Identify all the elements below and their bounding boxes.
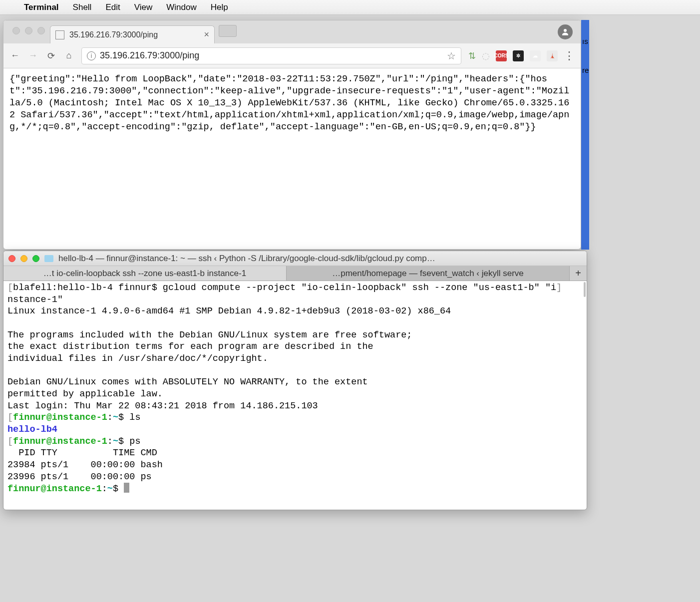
terminal-text: The programs included with the Debian GN…: [7, 330, 412, 340]
extension-icon[interactable]: ◌: [482, 50, 490, 61]
favicon-icon: [55, 30, 64, 39]
extension-icon[interactable]: ☁: [530, 50, 541, 61]
terminal-window: hello-lb-4 — finnur@instance-1: ~ — ssh …: [3, 251, 587, 510]
terminal-text: 23984 pts/1 00:00:00 bash: [7, 460, 163, 470]
chrome-tabstrip: 35.196.216.79:3000/ping ×: [3, 20, 581, 43]
prompt-path: ~: [113, 412, 118, 423]
macos-menubar: Terminal Shell Edit View Window Help: [0, 0, 700, 15]
svg-point-0: [564, 29, 567, 32]
window-minimize-icon[interactable]: [20, 255, 27, 262]
browser-tab[interactable]: 35.196.216.79:3000/ping ×: [50, 25, 215, 43]
terminal-tabs: …t io-celin-loopback ssh --zone us-east1…: [3, 266, 587, 281]
terminal-text: nstance-1": [7, 295, 63, 305]
prompt-dollar: $: [113, 484, 124, 494]
terminal-text: individual files in /usr/share/doc/*/cop…: [7, 353, 268, 364]
menubar-item-edit[interactable]: Edit: [105, 2, 120, 12]
chrome-menu-icon[interactable]: ⋮: [564, 49, 575, 62]
terminal-titlebar[interactable]: hello-lb-4 — finnur@instance-1: ~ — ssh …: [3, 251, 587, 266]
menubar-app-name[interactable]: Terminal: [24, 2, 59, 12]
terminal-text: hello-lb4: [7, 424, 57, 435]
menubar-item-window[interactable]: Window: [166, 2, 196, 12]
prompt-path: ~: [107, 484, 113, 494]
menubar-item-shell[interactable]: Shell: [73, 2, 92, 12]
terminal-text: Linux instance-1 4.9.0-6-amd64 #1 SMP De…: [7, 306, 451, 316]
prompt-dollar: $: [118, 412, 129, 423]
prompt-user: finnur@instance-1: [13, 412, 107, 423]
extension-lighthouse-icon[interactable]: 🗼: [547, 50, 558, 61]
window-close-icon[interactable]: [8, 255, 15, 262]
terminal-text: Last login: Thu Mar 22 08:43:21 2018 fro…: [7, 401, 318, 411]
terminal-text: the exact distribution terms for each pr…: [7, 341, 373, 352]
profile-avatar-icon[interactable]: [558, 24, 573, 39]
tab-close-icon[interactable]: ×: [204, 29, 209, 40]
bg-label: re: [582, 66, 589, 74]
terminal-text: gcloud compute --project "io-celin-loopb…: [157, 283, 556, 293]
menubar-item-help[interactable]: Help: [211, 2, 228, 12]
terminal-command: ps: [129, 436, 140, 447]
prompt-path: ~: [113, 436, 118, 447]
prompt-sep: :: [107, 436, 113, 447]
home-button[interactable]: ⌂: [63, 50, 74, 61]
prompt-dollar: $: [118, 436, 129, 447]
terminal-new-tab-button[interactable]: +: [570, 266, 587, 281]
window-zoom-icon[interactable]: [32, 255, 39, 262]
extension-icons: ⇅ ◌ CORS ✲ ☁ 🗼 ⋮: [468, 49, 575, 62]
chrome-window: 35.196.216.79:3000/ping × ← → ⟳ ⌂ i 35.1…: [3, 20, 581, 250]
scrollbar-thumb[interactable]: [584, 282, 586, 297]
extension-icon[interactable]: ✲: [513, 50, 524, 61]
new-tab-button[interactable]: [219, 25, 237, 37]
reload-button[interactable]: ⟳: [45, 50, 56, 61]
bookmark-star-icon[interactable]: ☆: [447, 50, 456, 62]
back-button[interactable]: ←: [9, 50, 20, 61]
terminal-cursor: [124, 483, 129, 493]
terminal-tab[interactable]: …pment/homepage — fsevent_watch ‹ jekyll…: [287, 266, 570, 281]
folder-icon: [44, 255, 53, 262]
terminal-text: permitted by applicable law.: [7, 389, 163, 399]
terminal-tab-active[interactable]: …t io-celin-loopback ssh --zone us-east1…: [3, 266, 287, 281]
terminal-text: blafell:hello-lb-4 finnur$: [13, 283, 157, 293]
window-close-icon[interactable]: [12, 27, 20, 34]
terminal-text: Debian GNU/Linux comes with ABSOLUTELY N…: [7, 377, 368, 387]
terminal-command: ls: [129, 412, 140, 423]
site-info-icon[interactable]: i: [87, 51, 96, 60]
prompt-user: finnur@instance-1: [13, 436, 107, 447]
prompt-user: finnur@instance-1: [7, 484, 102, 494]
prompt-sep: :: [102, 484, 107, 494]
window-zoom-icon[interactable]: [37, 27, 45, 34]
terminal-text: 23996 pts/1 00:00:00 ps: [7, 472, 152, 482]
window-controls: [8, 27, 50, 37]
page-content[interactable]: {"greeting":"Hello from LoopBack","date"…: [3, 68, 581, 138]
chrome-toolbar: ← → ⟳ ⌂ i 35.196.216.79:3000/ping ☆ ⇅ ◌ …: [3, 43, 581, 68]
window-minimize-icon[interactable]: [25, 27, 32, 34]
prompt-sep: :: [107, 412, 113, 423]
address-bar[interactable]: i 35.196.216.79:3000/ping ☆: [81, 47, 461, 64]
terminal-title: hello-lb-4 — finnur@instance-1: ~ — ssh …: [58, 254, 435, 264]
tab-title: 35.196.216.79:3000/ping: [69, 30, 158, 39]
forward-button[interactable]: →: [27, 50, 38, 61]
background-window-edge: ıs re: [581, 20, 589, 250]
terminal-text: PID TTY TIME CMD: [7, 448, 157, 458]
extension-cors-icon[interactable]: CORS: [496, 50, 507, 61]
terminal-output[interactable]: [blafell:hello-lb-4 finnur$ gcloud compu…: [3, 281, 587, 496]
url-text: 35.196.216.79:3000/ping: [100, 50, 199, 61]
menubar-item-view[interactable]: View: [134, 2, 153, 12]
bg-label: ıs: [582, 37, 588, 45]
extension-icon[interactable]: ⇅: [468, 50, 476, 61]
